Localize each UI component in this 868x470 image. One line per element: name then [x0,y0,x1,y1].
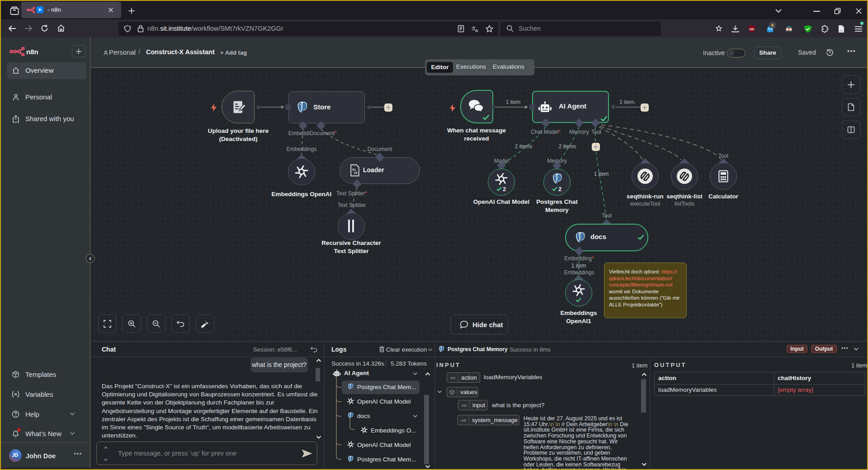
svg-text:A: A [475,28,478,33]
svg-text:UO: UO [750,28,755,31]
